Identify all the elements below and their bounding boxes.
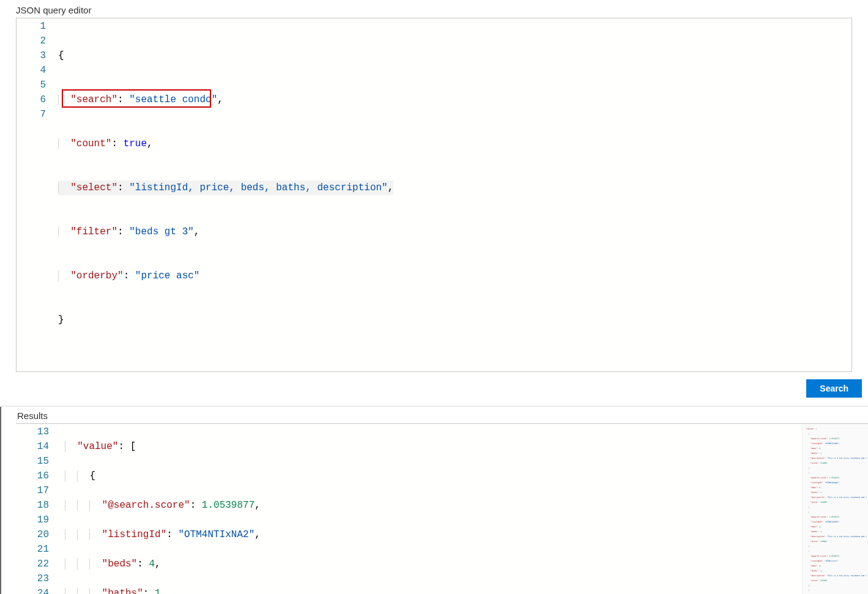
query-editor-label: JSON query editor — [0, 0, 868, 18]
query-code[interactable]: { "search": "seattle condo", "count": tr… — [57, 18, 393, 371]
query-gutter: 1 2 3 4 5 6 7 — [17, 18, 57, 371]
search-button[interactable]: Search — [806, 379, 862, 398]
results-label: Results — [1, 407, 868, 423]
results-viewer[interactable]: 13 14 15 16 17 18 19 20 21 22 23 24 25 2… — [16, 423, 868, 594]
query-editor[interactable]: 1 2 3 4 5 6 7 { "search": "seattle condo… — [16, 18, 852, 372]
minimap[interactable]: "value": [ { "@search.score": 1.0539877,… — [802, 424, 868, 594]
results-code[interactable]: "value": [ { "@search.score": 1.0539877,… — [64, 424, 802, 594]
results-gutter: 13 14 15 16 17 18 19 20 21 22 23 24 25 2… — [16, 424, 64, 594]
